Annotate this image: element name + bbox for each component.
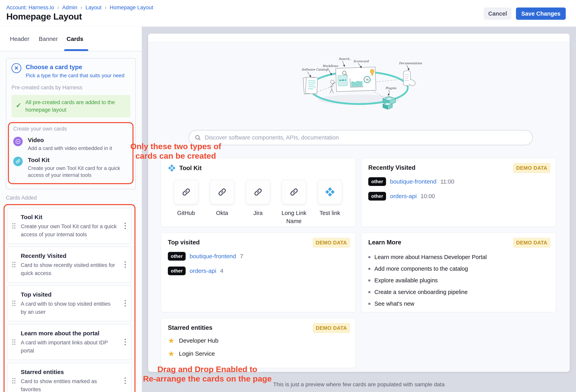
drag-handle-icon[interactable] <box>12 222 16 229</box>
breadcrumb-account[interactable]: Account: Harness.io <box>6 4 54 11</box>
preview-recently-visited-card: Recently Visited DEMO DATA other boutiqu… <box>361 158 556 227</box>
illustration-label-documentation: Documentation <box>399 61 422 65</box>
app-header: Account: Harness.io › Admin › Layout › H… <box>0 0 576 27</box>
demo-data-badge: DEMO DATA <box>313 238 350 248</box>
toolkit-link-label: Long Link Name <box>277 209 311 225</box>
added-card-starred-entities[interactable]: Starred entities Card to show entities m… <box>7 363 132 392</box>
toolkit-link-test-link[interactable]: Test link <box>317 180 342 225</box>
added-card-title: Tool Kit <box>21 214 117 220</box>
added-card-description: A card with to show top visited entities… <box>21 300 117 316</box>
added-card-learn-more[interactable]: Learn more about the portal A card with … <box>7 324 132 360</box>
added-card-recently-visited[interactable]: Recently Visited Card to show recently v… <box>7 246 132 283</box>
drag-handle-icon[interactable] <box>12 261 16 268</box>
toolkit-card-title: Tool Kit <box>179 165 202 172</box>
entity-link[interactable]: orders-api <box>190 268 216 274</box>
breadcrumb-layout[interactable]: Layout <box>86 4 102 11</box>
demo-data-badge: DEMO DATA <box>513 238 550 248</box>
bullet-icon <box>368 268 371 270</box>
precreated-success-banner: ✓ All pre-created cards are added to the… <box>11 95 130 117</box>
added-card-toolkit[interactable]: Tool Kit Create your own Tool Kit card f… <box>7 208 132 244</box>
cards-added-label: Cards Added <box>6 195 136 201</box>
precreated-cards-label: Pre-created cards by Harness <box>11 85 130 91</box>
close-circle-icon[interactable]: ✕ <box>11 63 21 73</box>
learn-more-link[interactable]: Learn more about Harness Developer Porta… <box>368 254 549 260</box>
learn-more-link[interactable]: Create a service onboarding pipeline <box>368 289 549 295</box>
kebab-menu-icon[interactable] <box>123 298 127 308</box>
tab-cards[interactable]: Cards <box>66 27 83 51</box>
entity-row: other orders-api 4 <box>168 267 348 275</box>
bullet-icon <box>368 256 371 258</box>
chevron-right-icon: › <box>80 4 82 11</box>
breadcrumb-admin[interactable]: Admin <box>62 4 77 11</box>
preview-toolkit-card: Tool Kit GitHub Okta Jira Long Link Nam <box>161 158 355 227</box>
illustration-label-search: Search.. <box>339 57 351 61</box>
check-icon: ✓ <box>16 101 22 109</box>
added-card-top-visited[interactable]: Top visited A card with to show top visi… <box>7 285 132 321</box>
software-catalog-doc <box>303 77 318 94</box>
entity-kind-tag: other <box>368 192 386 201</box>
harness-idp-logo-icon <box>168 164 176 172</box>
card-type-option-toolkit[interactable]: Tool Kit Create your own Tool Kit card f… <box>13 157 128 179</box>
preview-top-visited-card: Top visited DEMO DATA other boutique-fro… <box>161 233 355 312</box>
entity-link[interactable]: boutique-frontend <box>390 178 436 185</box>
entity-link[interactable]: orders-api <box>390 193 417 200</box>
drag-handle-icon[interactable] <box>12 339 16 345</box>
entity-link[interactable]: boutique-frontend <box>190 253 236 260</box>
option-toolkit-description: Create your own Tool Kit card for a quic… <box>28 165 127 179</box>
toolkit-link-okta[interactable]: Okta <box>210 180 234 225</box>
breadcrumb-homepage-layout[interactable]: Homepage Layout <box>110 4 153 11</box>
search-bar <box>189 130 533 145</box>
card-type-option-video[interactable]: Video Add a card with video embedded in … <box>13 137 128 152</box>
active-tab-indicator <box>64 49 88 51</box>
developer-portal-illustration: 75 <box>294 52 424 114</box>
learn-more-link[interactable]: See what's new <box>368 301 549 307</box>
cancel-button[interactable]: Cancel <box>484 7 511 20</box>
card-type-chooser: ✕ Choose a card type Pick a type for the… <box>6 58 136 189</box>
tab-header[interactable]: Header <box>10 27 29 51</box>
bullet-icon <box>368 279 371 282</box>
tabs-row: Header Banner Cards <box>0 27 142 51</box>
demo-data-badge: DEMO DATA <box>513 163 550 173</box>
toolkit-link-jira[interactable]: Jira <box>246 180 270 225</box>
entity-timestamp: 10:00 <box>421 193 435 200</box>
drag-handle-icon[interactable] <box>12 300 16 307</box>
toolkit-link-label: Okta <box>205 209 239 217</box>
drag-handle-icon[interactable] <box>12 377 16 384</box>
entity-timestamp: 11:00 <box>440 179 454 185</box>
bullet-icon <box>368 303 371 305</box>
toolkit-link-long-link-name[interactable]: Long Link Name <box>282 180 306 225</box>
kebab-menu-icon[interactable] <box>123 259 127 270</box>
illustration-label-workflows: Workflows <box>322 64 339 68</box>
search-input[interactable] <box>205 134 527 141</box>
starred-entity-row[interactable]: ★ Login Service <box>168 350 348 358</box>
kebab-menu-icon[interactable] <box>123 376 127 386</box>
learn-more-link[interactable]: Add more components to the catalog <box>368 266 549 272</box>
star-icon: ★ <box>168 350 174 358</box>
starred-entity-row[interactable]: ★ Developer Hub <box>168 337 348 344</box>
added-card-description: Card to show entities marked as favorite… <box>21 377 117 392</box>
preview-card-header-strip <box>148 33 570 42</box>
entity-row: other boutique-frontend 11:00 <box>368 177 549 186</box>
entity-kind-tag: other <box>168 267 186 275</box>
homepage-preview-area: 75 <box>142 27 576 392</box>
search-icon <box>195 134 201 141</box>
learn-more-link[interactable]: Explore available plugins <box>368 277 549 284</box>
chooser-title: Choose a card type <box>26 64 124 71</box>
homepage-preview-card: 75 <box>148 33 570 372</box>
toolkit-link-label: Test link <box>313 209 346 217</box>
option-toolkit-name: Tool Kit <box>28 157 127 163</box>
tab-banner[interactable]: Banner <box>39 27 58 51</box>
preview-footer-note: This is just a preview where few cards a… <box>148 381 570 388</box>
preview-starred-entities-card: Starred entities DEMO DATA ★ Developer H… <box>161 318 355 368</box>
illustration-label-scorecard: Scorecard <box>353 60 369 63</box>
link-icon <box>13 157 23 166</box>
success-message: All pre-created cards are added to the h… <box>26 99 124 114</box>
kebab-menu-icon[interactable] <box>123 337 127 347</box>
bullet-icon <box>368 291 371 293</box>
save-changes-button[interactable]: Save Changes <box>516 7 566 20</box>
cards-added-annotation-box: Tool Kit Create your own Tool Kit card f… <box>3 204 136 392</box>
page-title: Homepage Layout <box>6 11 82 22</box>
kebab-menu-icon[interactable] <box>123 221 127 231</box>
added-card-title: Top visited <box>21 291 117 298</box>
toolkit-link-github[interactable]: GitHub <box>174 180 199 225</box>
